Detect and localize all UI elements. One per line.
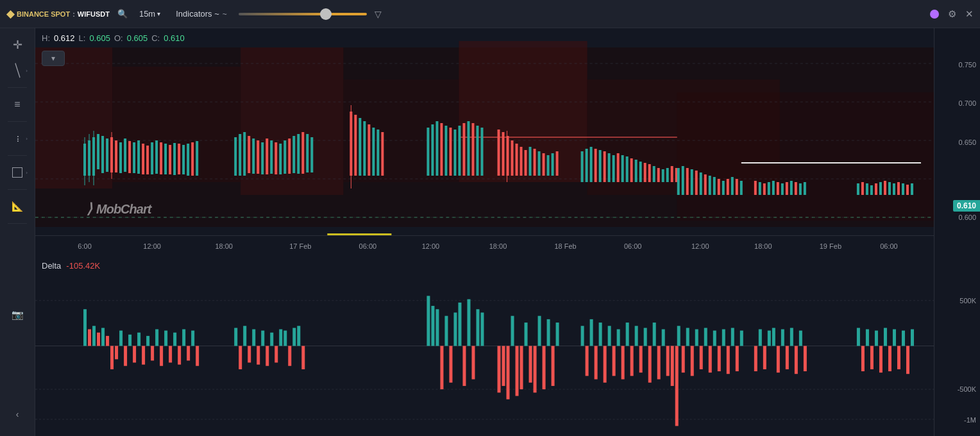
text-tools[interactable]: ≡: [6, 93, 29, 116]
svg-rect-35: [164, 144, 167, 174]
svg-rect-82: [498, 130, 500, 176]
interval-selector[interactable]: 15m ▾: [135, 6, 164, 21]
svg-rect-137: [772, 181, 775, 195]
svg-rect-188: [173, 333, 176, 346]
svg-rect-217: [458, 303, 461, 346]
price-750: 0.750: [958, 61, 976, 69]
svg-rect-63: [359, 118, 361, 176]
chart-wave-icon: ~: [223, 10, 227, 19]
slider-thumb[interactable]: [320, 8, 332, 20]
svg-rect-94: [552, 153, 554, 176]
indicator-tools[interactable]: ⫶ ›: [6, 127, 29, 150]
collapse-sidebar-button[interactable]: ‹: [6, 403, 29, 426]
camera-tool[interactable]: 📷: [6, 303, 29, 326]
svg-rect-210: [427, 296, 430, 346]
svg-rect-231: [534, 346, 537, 393]
svg-rect-279: [777, 346, 780, 373]
crosshair-tool[interactable]: ✛: [6, 33, 29, 56]
svg-rect-25: [119, 142, 122, 173]
svg-rect-77: [462, 123, 465, 176]
svg-rect-68: [381, 132, 384, 176]
search-icon[interactable]: 🔍: [117, 9, 128, 19]
svg-rect-129: [727, 179, 729, 195]
svg-rect-200: [261, 331, 264, 346]
price-700: 0.700: [958, 99, 976, 107]
toolbar-right: ⚙ ✕: [930, 8, 974, 20]
svg-rect-233: [543, 346, 546, 390]
svg-rect-83: [502, 132, 505, 176]
filter-icon[interactable]: ▽: [375, 9, 382, 19]
svg-rect-114: [662, 169, 664, 182]
svg-rect-148: [870, 185, 873, 195]
user-avatar[interactable]: [930, 10, 939, 19]
svg-rect-202: [270, 333, 273, 346]
svg-rect-267: [713, 331, 716, 346]
svg-rect-54: [283, 140, 286, 174]
delta-chart[interactable]: Delta -105.42K: [35, 256, 934, 436]
close-icon[interactable]: ✕: [965, 8, 974, 20]
indicators-button[interactable]: Indicators ~ ~: [172, 6, 231, 21]
svg-rect-193: [196, 346, 199, 366]
svg-rect-125: [709, 176, 711, 195]
svg-rect-33: [155, 140, 158, 174]
svg-rect-234: [547, 319, 550, 346]
svg-rect-169: [88, 329, 91, 346]
time-label-4: 06:00: [359, 242, 377, 250]
shape-icon: [12, 167, 22, 178]
svg-rect-222: [480, 312, 484, 346]
svg-rect-21: [101, 136, 104, 173]
svg-rect-53: [279, 144, 282, 174]
svg-rect-232: [538, 316, 541, 346]
measure-tool[interactable]: 📐: [6, 195, 29, 218]
svg-rect-31: [146, 146, 149, 174]
svg-rect-75: [453, 130, 456, 176]
delta-value: -105.42K: [66, 261, 100, 271]
svg-rect-189: [178, 346, 181, 365]
svg-rect-252: [648, 346, 652, 383]
svg-rect-197: [248, 346, 251, 363]
collapse-chart-button[interactable]: ▾: [42, 51, 65, 66]
svg-rect-196: [243, 326, 246, 346]
main-chart[interactable]: H: 0.612 L: 0.605 O: 0.605 C: 0.610 ▾ ⟩ …: [35, 28, 934, 256]
svg-rect-71: [435, 121, 438, 176]
svg-rect-255: [662, 329, 665, 346]
svg-rect-55: [288, 138, 291, 174]
gear-icon[interactable]: ⚙: [948, 8, 956, 20]
svg-rect-280: [781, 329, 784, 346]
svg-rect-124: [704, 174, 707, 195]
svg-rect-259: [677, 326, 680, 346]
svg-rect-126: [713, 177, 716, 195]
svg-rect-292: [884, 328, 887, 346]
shape-tool[interactable]: ›: [6, 161, 29, 184]
svg-rect-282: [790, 328, 793, 346]
svg-rect-237: [581, 326, 584, 346]
svg-rect-30: [142, 144, 144, 174]
svg-rect-40: [187, 144, 189, 176]
svg-rect-291: [879, 346, 883, 373]
svg-rect-99: [595, 149, 597, 182]
svg-rect-269: [722, 329, 725, 346]
svg-rect-65: [368, 124, 370, 176]
svg-rect-257: [671, 346, 674, 386]
svg-rect-241: [599, 323, 602, 346]
o-value: 0.605: [127, 33, 148, 43]
divider3: [8, 155, 27, 156]
svg-rect-287: [861, 346, 865, 372]
svg-rect-28: [133, 142, 135, 173]
svg-rect-248: [630, 346, 634, 376]
exchange-symbol[interactable]: ◆ BINANCE SPOT : WIFUSDT: [6, 8, 110, 20]
replay-slider[interactable]: [239, 13, 367, 15]
svg-rect-36: [169, 145, 171, 174]
delta-price-axis: 500K -500K -1M: [934, 256, 980, 436]
line-tool[interactable]: ╱ ›: [6, 59, 29, 82]
delta-neg500k: -500K: [958, 385, 976, 393]
svg-rect-262: [691, 346, 694, 376]
svg-rect-195: [239, 346, 242, 369]
svg-rect-39: [182, 145, 185, 174]
time-label-0: 6:00: [78, 242, 91, 250]
svg-rect-228: [520, 346, 523, 390]
svg-rect-192: [191, 331, 194, 346]
svg-rect-212: [435, 309, 439, 346]
svg-rect-130: [731, 177, 734, 195]
chevron-down-icon: ▾: [157, 10, 160, 17]
